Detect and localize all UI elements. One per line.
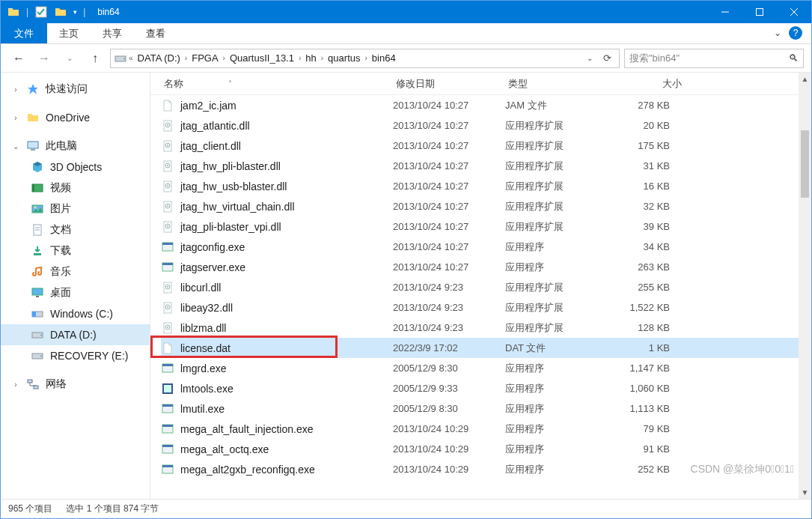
file-tab[interactable]: 文件 — [1, 23, 47, 43]
address-dropdown-icon[interactable]: ⌄ — [582, 54, 597, 62]
forward-button[interactable]: → — [34, 48, 55, 69]
file-name: libcurl.dll — [180, 282, 221, 294]
file-row[interactable]: jtagserver.exe2013/10/24 10:27应用程序263 KB — [161, 257, 799, 277]
tab-home[interactable]: 主页 — [47, 23, 91, 43]
column-date[interactable]: 修改日期 — [393, 77, 505, 91]
sidebar-item-label: Windows (C:) — [50, 308, 113, 320]
file-row[interactable]: libeay32.dll2013/10/24 9:23应用程序扩展1,522 K… — [161, 297, 799, 318]
svg-rect-66 — [162, 425, 173, 427]
sidebar-item-pc-child[interactable]: 视频 — [1, 177, 150, 198]
chevron-right-icon[interactable]: › — [297, 54, 302, 62]
file-name: jtagconfig.exe — [180, 241, 245, 253]
collapse-icon[interactable]: ⌄ — [11, 142, 20, 151]
file-row[interactable]: jtag_hw_pli-blaster.dll2013/10/24 10:27应… — [161, 156, 799, 176]
column-size[interactable]: 大小 — [610, 77, 685, 91]
back-button[interactable]: ← — [8, 48, 29, 69]
sidebar-item-pc-child[interactable]: 音乐 — [1, 261, 150, 282]
chevron-right-icon[interactable]: › — [363, 54, 368, 62]
column-type[interactable]: 类型 — [505, 77, 610, 91]
chevron-right-icon[interactable]: « — [127, 54, 135, 62]
crumb[interactable]: bin64 — [369, 52, 399, 64]
file-row[interactable]: lmutil.exe2005/12/9 8:30应用程序1,113 KB — [161, 398, 799, 419]
qat-dropdown-icon[interactable]: ▾ — [73, 8, 77, 16]
file-row[interactable]: mega_alt_octq.exe2013/10/24 10:29应用程序91 … — [161, 439, 799, 459]
sidebar-item-quick-access[interactable]: › 快速访问 — [1, 79, 150, 100]
dll-file-icon — [161, 119, 174, 133]
scrollbar-thumb[interactable] — [801, 130, 809, 198]
recent-button[interactable]: ⌄ — [59, 48, 80, 69]
crumb[interactable]: hh — [302, 52, 319, 64]
tab-share[interactable]: 共享 — [91, 23, 134, 43]
file-size: 39 KB — [610, 221, 685, 232]
file-row[interactable]: lmtools.exe2005/12/9 9:33应用程序1,060 KB — [161, 378, 799, 398]
file-name: license.dat — [180, 342, 231, 354]
scroll-down-icon[interactable]: ▼ — [799, 486, 811, 499]
item-icon — [31, 308, 44, 320]
chevron-right-icon[interactable]: › — [320, 54, 325, 62]
file-row[interactable]: mega_alt_fault_injection.exe2013/10/24 1… — [161, 419, 799, 439]
sidebar-item-pc-child[interactable]: 下载 — [1, 240, 150, 261]
up-button[interactable]: ↑ — [85, 48, 106, 69]
file-row[interactable]: liblzma.dll2013/10/24 9:23应用程序扩展128 KB — [161, 318, 799, 338]
item-icon — [31, 287, 44, 299]
sidebar-item-pc-child[interactable]: Windows (C:) — [1, 303, 150, 324]
expand-icon[interactable]: › — [11, 85, 20, 94]
file-row[interactable]: jtag_hw_virtual_chain.dll2013/10/24 10:2… — [161, 196, 799, 216]
ribbon: 文件 主页 共享 查看 ⌄ ? — [1, 23, 811, 44]
close-button[interactable] — [777, 1, 811, 23]
file-row[interactable]: jtag_pli-blaster_vpi.dll2013/10/24 10:27… — [161, 216, 799, 237]
file-row[interactable]: jtag_hw_usb-blaster.dll2013/10/24 10:27应… — [161, 176, 799, 196]
file-date: 2013/10/24 10:29 — [393, 443, 505, 455]
svg-rect-19 — [36, 296, 39, 297]
sidebar-item-network[interactable]: › 网络 — [1, 374, 150, 395]
file-row[interactable]: license.dat2022/3/9 17:02DAT 文件1 KB — [161, 338, 799, 358]
svg-point-39 — [167, 185, 168, 186]
sidebar-item-pc-child[interactable]: 桌面 — [1, 282, 150, 303]
expand-icon[interactable]: › — [11, 114, 20, 122]
tab-view[interactable]: 查看 — [134, 23, 177, 43]
sidebar-item-onedrive[interactable]: › OneDrive — [1, 107, 150, 128]
file-file-icon — [161, 342, 174, 355]
search-input[interactable]: 搜索"bin64" 🔍︎ — [624, 49, 804, 68]
svg-point-25 — [40, 356, 42, 357]
sidebar-item-pc-child[interactable]: 图片 — [1, 198, 150, 219]
breadcrumb[interactable]: « DATA (D:) › FPGA › QuartusII_13.1 › hh… — [110, 49, 620, 68]
search-placeholder: 搜索"bin64" — [629, 52, 680, 65]
file-row[interactable]: jam2_ic.jam2013/10/24 10:27JAM 文件278 KB — [161, 95, 799, 115]
file-row[interactable]: libcurl.dll2013/10/24 9:23应用程序扩展255 KB — [161, 277, 799, 297]
crumb[interactable]: QuartusII_13.1 — [227, 52, 297, 64]
file-row[interactable]: mega_alt2gxb_reconfigq.exe2013/10/24 10:… — [161, 459, 799, 479]
ribbon-collapse-icon[interactable]: ⌄ — [774, 28, 781, 38]
sort-asc-icon: ˄ — [228, 79, 232, 88]
sidebar-item-pc-child[interactable]: 文档 — [1, 219, 150, 240]
help-icon[interactable]: ? — [789, 26, 802, 40]
column-name[interactable]: 名称˄ — [161, 77, 393, 91]
chevron-right-icon[interactable]: › — [222, 54, 227, 62]
scroll-up-icon[interactable]: ▲ — [799, 73, 811, 85]
file-type: 应用程序 — [505, 382, 610, 395]
folder-icon-small[interactable] — [54, 5, 67, 19]
file-row[interactable]: jtag_atlantic.dll2013/10/24 10:27应用程序扩展2… — [161, 115, 799, 136]
file-row[interactable]: lmgrd.exe2005/12/9 8:30应用程序1,147 KB — [161, 358, 799, 378]
sidebar-item-pc-child[interactable]: RECOVERY (E:) — [1, 345, 150, 366]
dll-file-icon — [161, 321, 174, 335]
vertical-scrollbar[interactable]: ▲ ▼ — [799, 73, 811, 499]
file-row[interactable]: jtagconfig.exe2013/10/24 10:27应用程序34 KB — [161, 237, 799, 257]
minimize-button[interactable] — [708, 1, 742, 23]
maximize-button[interactable] — [742, 1, 777, 23]
refresh-icon[interactable]: ⟳ — [599, 52, 616, 64]
search-icon[interactable]: 🔍︎ — [789, 52, 799, 64]
checkbox-icon[interactable] — [34, 5, 48, 19]
expand-icon[interactable]: › — [11, 380, 20, 389]
crumb[interactable]: DATA (D:) — [135, 52, 183, 64]
svg-rect-60 — [162, 364, 173, 366]
chevron-right-icon[interactable]: › — [183, 54, 189, 62]
sidebar-item-pc-child[interactable]: DATA (D:) — [1, 324, 150, 345]
svg-rect-8 — [28, 142, 38, 148]
item-icon — [31, 266, 44, 278]
file-row[interactable]: jtag_client.dll2013/10/24 10:27应用程序扩展175… — [161, 136, 799, 156]
sidebar-item-this-pc[interactable]: ⌄ 此电脑 — [1, 136, 150, 157]
sidebar-item-pc-child[interactable]: 3D Objects — [1, 157, 150, 177]
crumb[interactable]: quartus — [325, 52, 363, 64]
crumb[interactable]: FPGA — [189, 52, 221, 64]
